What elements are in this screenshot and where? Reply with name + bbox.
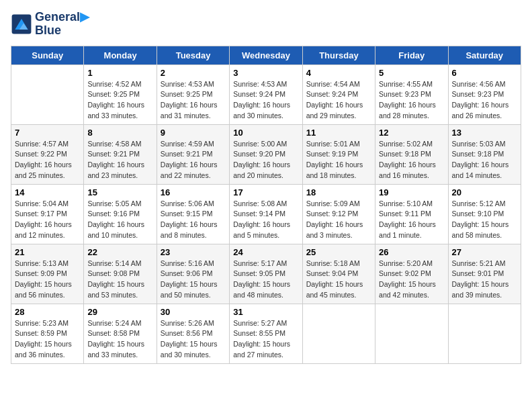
day-info: Sunrise: 5:01 AM Sunset: 9:19 PM Dayligh… (306, 139, 371, 181)
day-info: Sunrise: 5:23 AM Sunset: 8:59 PM Dayligh… (15, 318, 80, 361)
sunrise: Sunrise: 5:01 AM (306, 139, 371, 150)
calendar-cell: 29 Sunrise: 5:24 AM Sunset: 8:58 PM Dayl… (84, 304, 157, 363)
calendar-cell: 20 Sunrise: 5:12 AM Sunset: 9:10 PM Dayl… (448, 184, 521, 244)
daylight: Daylight: 16 hours and 8 minutes. (161, 220, 226, 241)
sunrise: Sunrise: 5:00 AM (233, 139, 298, 150)
day-number: 20 (452, 187, 517, 197)
sunset: Sunset: 9:15 PM (161, 209, 226, 220)
daylight: Daylight: 16 hours and 23 minutes. (87, 160, 152, 181)
day-info: Sunrise: 4:57 AM Sunset: 9:22 PM Dayligh… (15, 139, 80, 181)
calendar-header: SundayMondayTuesdayWednesdayThursdayFrid… (11, 46, 521, 64)
day-info: Sunrise: 5:18 AM Sunset: 9:04 PM Dayligh… (306, 259, 371, 301)
calendar-cell: 1 Sunrise: 4:52 AM Sunset: 9:25 PM Dayli… (84, 64, 157, 124)
day-info: Sunrise: 5:24 AM Sunset: 8:58 PM Dayligh… (87, 318, 152, 361)
daylight: Daylight: 16 hours and 25 minutes. (15, 160, 80, 181)
day-info: Sunrise: 4:56 AM Sunset: 9:23 PM Dayligh… (452, 79, 517, 122)
calendar-cell: 3 Sunrise: 4:53 AM Sunset: 9:24 PM Dayli… (230, 64, 302, 124)
daylight: Daylight: 15 hours and 42 minutes. (379, 279, 444, 301)
calendar-cell: 27 Sunrise: 5:21 AM Sunset: 9:01 PM Dayl… (448, 244, 521, 304)
day-number: 26 (379, 247, 444, 257)
calendar-cell: 30 Sunrise: 5:26 AM Sunset: 8:56 PM Dayl… (157, 304, 229, 363)
daylight: Daylight: 16 hours and 5 minutes. (233, 220, 298, 241)
daylight: Daylight: 15 hours and 36 minutes. (15, 339, 80, 361)
sunrise: Sunrise: 5:12 AM (452, 199, 517, 210)
sunset: Sunset: 9:24 PM (233, 89, 298, 100)
daylight: Daylight: 16 hours and 18 minutes. (306, 160, 371, 181)
day-number: 18 (306, 187, 371, 197)
weekday-header-sunday: Sunday (11, 46, 84, 64)
day-info: Sunrise: 5:08 AM Sunset: 9:14 PM Dayligh… (233, 199, 298, 241)
sunset: Sunset: 9:17 PM (15, 209, 80, 220)
calendar-cell: 23 Sunrise: 5:16 AM Sunset: 9:06 PM Dayl… (157, 244, 229, 304)
day-info: Sunrise: 5:12 AM Sunset: 9:10 PM Dayligh… (452, 199, 517, 241)
calendar-cell (375, 304, 448, 363)
daylight: Daylight: 16 hours and 16 minutes. (379, 160, 444, 181)
sunset: Sunset: 9:06 PM (161, 269, 226, 279)
calendar-cell: 8 Sunrise: 4:58 AM Sunset: 9:21 PM Dayli… (84, 124, 157, 184)
sunrise: Sunrise: 4:59 AM (161, 139, 226, 150)
sunset: Sunset: 8:58 PM (87, 328, 152, 339)
daylight: Daylight: 15 hours and 33 minutes. (87, 339, 152, 361)
sunset: Sunset: 9:08 PM (87, 269, 152, 279)
daylight: Daylight: 15 hours and 39 minutes. (452, 279, 517, 301)
day-number: 16 (161, 187, 226, 197)
daylight: Daylight: 16 hours and 10 minutes. (87, 220, 152, 241)
day-info: Sunrise: 4:53 AM Sunset: 9:25 PM Dayligh… (161, 79, 226, 122)
day-number: 7 (15, 128, 80, 138)
calendar-week-4: 21 Sunrise: 5:13 AM Sunset: 9:09 PM Dayl… (11, 244, 521, 304)
day-info: Sunrise: 5:26 AM Sunset: 8:56 PM Dayligh… (161, 318, 226, 361)
day-number: 15 (87, 187, 152, 197)
day-number: 25 (306, 247, 371, 257)
sunset: Sunset: 9:09 PM (15, 269, 80, 279)
calendar-cell: 2 Sunrise: 4:53 AM Sunset: 9:25 PM Dayli… (157, 64, 229, 124)
day-number: 31 (233, 307, 298, 317)
logo-text: General▶ Blue (35, 11, 89, 38)
day-info: Sunrise: 5:13 AM Sunset: 9:09 PM Dayligh… (15, 259, 80, 301)
calendar-cell: 12 Sunrise: 5:02 AM Sunset: 9:18 PM Dayl… (375, 124, 448, 184)
calendar-week-2: 7 Sunrise: 4:57 AM Sunset: 9:22 PM Dayli… (11, 124, 521, 184)
sunrise: Sunrise: 5:13 AM (15, 259, 80, 269)
day-number: 23 (161, 247, 226, 257)
sunrise: Sunrise: 4:54 AM (306, 79, 371, 90)
calendar-cell: 4 Sunrise: 4:54 AM Sunset: 9:24 PM Dayli… (302, 64, 375, 124)
logo-icon (11, 13, 32, 35)
daylight: Daylight: 15 hours and 50 minutes. (161, 279, 226, 301)
day-info: Sunrise: 5:20 AM Sunset: 9:02 PM Dayligh… (379, 259, 444, 301)
day-number: 11 (306, 128, 371, 138)
daylight: Daylight: 15 hours and 48 minutes. (233, 279, 298, 301)
calendar-cell: 31 Sunrise: 5:27 AM Sunset: 8:55 PM Dayl… (230, 304, 302, 363)
calendar-cell: 18 Sunrise: 5:09 AM Sunset: 9:12 PM Dayl… (302, 184, 375, 244)
sunset: Sunset: 9:22 PM (15, 149, 80, 160)
sunset: Sunset: 9:12 PM (306, 209, 371, 220)
day-number: 10 (233, 128, 298, 138)
weekday-header-monday: Monday (84, 46, 157, 64)
calendar-week-5: 28 Sunrise: 5:23 AM Sunset: 8:59 PM Dayl… (11, 304, 521, 363)
day-info: Sunrise: 5:14 AM Sunset: 9:08 PM Dayligh… (87, 259, 152, 301)
sunrise: Sunrise: 5:24 AM (87, 318, 152, 329)
day-number: 22 (87, 247, 152, 257)
daylight: Daylight: 16 hours and 3 minutes. (306, 220, 371, 241)
weekday-header-tuesday: Tuesday (157, 46, 229, 64)
calendar-cell (302, 304, 375, 363)
day-info: Sunrise: 4:55 AM Sunset: 9:23 PM Dayligh… (379, 79, 444, 122)
sunrise: Sunrise: 5:23 AM (15, 318, 80, 329)
calendar-cell: 11 Sunrise: 5:01 AM Sunset: 9:19 PM Dayl… (302, 124, 375, 184)
sunset: Sunset: 9:16 PM (87, 209, 152, 220)
day-number: 19 (379, 187, 444, 197)
day-info: Sunrise: 5:00 AM Sunset: 9:20 PM Dayligh… (233, 139, 298, 181)
daylight: Daylight: 16 hours and 22 minutes. (161, 160, 226, 181)
day-info: Sunrise: 4:52 AM Sunset: 9:25 PM Dayligh… (87, 79, 152, 122)
day-info: Sunrise: 5:10 AM Sunset: 9:11 PM Dayligh… (379, 199, 444, 241)
daylight: Daylight: 16 hours and 28 minutes. (379, 100, 444, 122)
sunrise: Sunrise: 5:18 AM (306, 259, 371, 269)
sunrise: Sunrise: 4:52 AM (87, 79, 152, 90)
day-number: 27 (452, 247, 517, 257)
sunset: Sunset: 9:01 PM (452, 269, 517, 279)
sunset: Sunset: 9:10 PM (452, 209, 517, 220)
sunrise: Sunrise: 5:03 AM (452, 139, 517, 150)
sunset: Sunset: 9:11 PM (379, 209, 444, 220)
sunrise: Sunrise: 4:56 AM (452, 79, 517, 90)
calendar-cell (11, 64, 84, 124)
sunrise: Sunrise: 5:08 AM (233, 199, 298, 210)
sunrise: Sunrise: 5:21 AM (452, 259, 517, 269)
